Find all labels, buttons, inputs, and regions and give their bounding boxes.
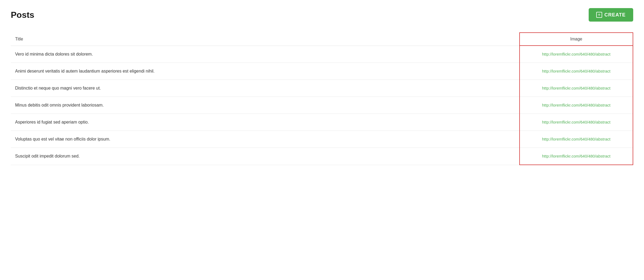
post-title-cell: Suscipit odit impedit dolorum sed. — [11, 148, 520, 165]
post-image-cell: http://loremflickr.com/640/480/abstract — [520, 63, 633, 80]
table-row: Voluptas quo est vel vitae non officiis … — [11, 131, 633, 148]
create-button[interactable]: CREATE — [589, 8, 633, 22]
table-row: Suscipit odit impedit dolorum sed.http:/… — [11, 148, 633, 165]
post-title-cell: Animi deserunt veritatis id autem laudan… — [11, 63, 520, 80]
image-link[interactable]: http://loremflickr.com/640/480/abstract — [542, 52, 610, 56]
image-link[interactable]: http://loremflickr.com/640/480/abstract — [542, 103, 610, 107]
post-title-cell: Distinctio et neque quo magni vero facer… — [11, 80, 520, 97]
table-row: Asperiores id fugiat sed aperiam optio.h… — [11, 114, 633, 131]
image-link[interactable]: http://loremflickr.com/640/480/abstract — [542, 69, 610, 73]
page-header: Posts CREATE — [11, 8, 633, 22]
post-title-cell: Minus debitis odit omnis provident labor… — [11, 97, 520, 114]
table-row: Vero id minima dicta dolores sit dolorem… — [11, 46, 633, 63]
create-button-label: CREATE — [604, 12, 626, 18]
post-image-cell: http://loremflickr.com/640/480/abstract — [520, 46, 633, 63]
post-title-cell: Vero id minima dicta dolores sit dolorem… — [11, 46, 520, 63]
image-link[interactable]: http://loremflickr.com/640/480/abstract — [542, 86, 610, 90]
posts-table: Title Image Vero id minima dicta dolores… — [11, 32, 633, 165]
table-row: Animi deserunt veritatis id autem laudan… — [11, 63, 633, 80]
post-image-cell: http://loremflickr.com/640/480/abstract — [520, 97, 633, 114]
image-link[interactable]: http://loremflickr.com/640/480/abstract — [542, 137, 610, 141]
post-image-cell: http://loremflickr.com/640/480/abstract — [520, 114, 633, 131]
post-image-cell: http://loremflickr.com/640/480/abstract — [520, 148, 633, 165]
post-title-cell: Voluptas quo est vel vitae non officiis … — [11, 131, 520, 148]
post-image-cell: http://loremflickr.com/640/480/abstract — [520, 131, 633, 148]
table-row: Minus debitis odit omnis provident labor… — [11, 97, 633, 114]
post-title-cell: Asperiores id fugiat sed aperiam optio. — [11, 114, 520, 131]
col-header-title: Title — [11, 33, 520, 46]
col-header-image: Image — [520, 33, 633, 46]
image-link[interactable]: http://loremflickr.com/640/480/abstract — [542, 154, 610, 158]
post-image-cell: http://loremflickr.com/640/480/abstract — [520, 80, 633, 97]
create-icon — [596, 12, 602, 18]
table-row: Distinctio et neque quo magni vero facer… — [11, 80, 633, 97]
page-title: Posts — [11, 10, 34, 20]
posts-table-container: Title Image Vero id minima dicta dolores… — [11, 32, 633, 165]
image-link[interactable]: http://loremflickr.com/640/480/abstract — [542, 120, 610, 124]
